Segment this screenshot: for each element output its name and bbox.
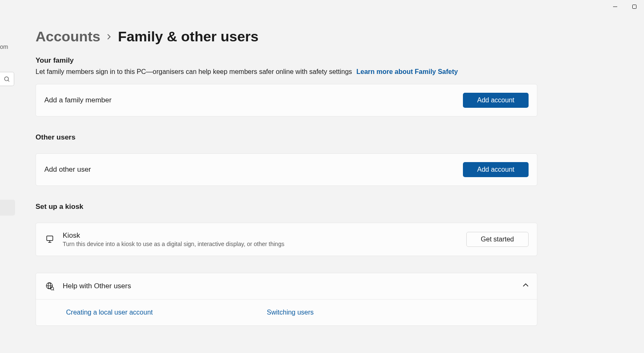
sidebar-item-selected[interactable] (0, 200, 15, 216)
help-title: Help with Other users (63, 282, 131, 290)
maximize-icon (632, 4, 637, 9)
add-family-account-button[interactable]: Add account (463, 93, 529, 108)
family-safety-link[interactable]: Learn more about Family Safety (356, 68, 458, 75)
sidebar-partial: om (0, 0, 15, 353)
family-section-description: Let family members sign in to this PC—or… (36, 68, 537, 76)
window-controls (606, 0, 644, 13)
chevron-up-icon (523, 282, 529, 290)
help-card: Help with Other users Creating a local u… (36, 273, 537, 326)
family-section-title: Your family (36, 56, 537, 65)
search-input[interactable] (0, 72, 14, 86)
kiosk-section-title: Set up a kiosk (36, 203, 537, 211)
search-icon (4, 76, 10, 82)
help-expander-header[interactable]: Help with Other users (36, 273, 537, 300)
help-body: Creating a local user account Switching … (36, 300, 537, 325)
svg-rect-4 (47, 236, 53, 241)
add-other-user-label: Add other user (44, 165, 91, 174)
add-family-member-card: Add a family member Add account (36, 84, 537, 117)
page-title: Family & other users (118, 28, 258, 45)
add-other-user-card: Add other user Add account (36, 153, 537, 186)
account-email-fragment: om (0, 43, 8, 50)
maximize-button[interactable] (625, 0, 644, 13)
svg-rect-1 (633, 5, 636, 9)
help-link-switching-users[interactable]: Switching users (267, 309, 468, 316)
add-other-account-button[interactable]: Add account (463, 162, 529, 177)
help-globe-icon (44, 282, 55, 291)
family-desc-text: Let family members sign in to this PC—or… (36, 68, 352, 75)
svg-point-2 (5, 76, 8, 80)
help-link-create-local-account[interactable]: Creating a local user account (66, 309, 267, 316)
breadcrumb: Accounts Family & other users (36, 28, 537, 45)
add-family-member-label: Add a family member (44, 96, 112, 104)
minimize-button[interactable] (606, 0, 625, 13)
kiosk-label: Kiosk (63, 231, 284, 240)
minimize-icon (613, 4, 618, 9)
kiosk-card: Kiosk Turn this device into a kiosk to u… (36, 223, 537, 256)
breadcrumb-parent[interactable]: Accounts (36, 28, 100, 45)
kiosk-sublabel: Turn this device into a kiosk to use as … (63, 241, 284, 247)
other-users-section-title: Other users (36, 133, 537, 142)
svg-line-11 (53, 290, 54, 290)
kiosk-icon (44, 235, 55, 244)
main-content: Accounts Family & other users Your famil… (36, 28, 537, 326)
chevron-right-icon (106, 34, 112, 41)
kiosk-get-started-button[interactable]: Get started (466, 232, 529, 247)
svg-line-3 (8, 80, 9, 81)
